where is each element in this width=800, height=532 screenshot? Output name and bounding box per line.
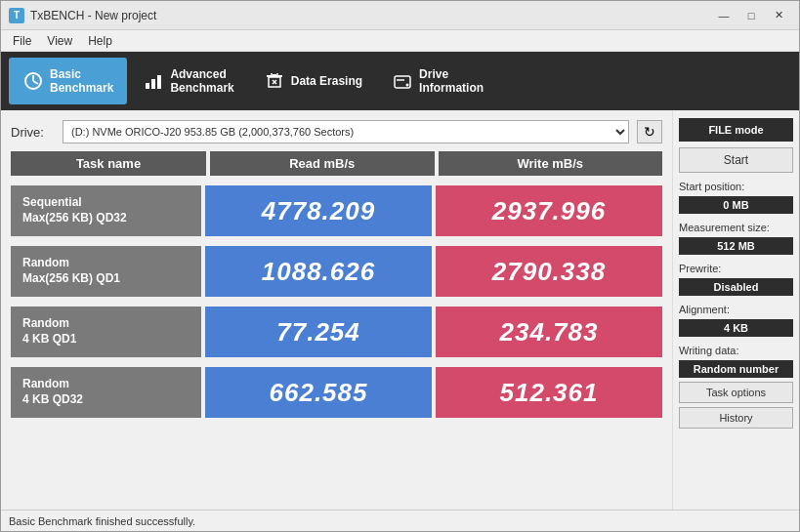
read-random-4kb-qd32: 662.585 <box>205 367 432 418</box>
task-random-4kb-qd32: Random4 KB QD32 <box>11 367 201 418</box>
menu-help[interactable]: Help <box>80 32 120 50</box>
drive-row: Drive: (D:) NVMe ORICO-J20 953.85 GB (2,… <box>11 118 662 145</box>
content-area: Drive: (D:) NVMe ORICO-J20 953.85 GB (2,… <box>1 110 799 510</box>
drive-label: Drive: <box>11 125 55 140</box>
main-window: T TxBENCH - New project — □ ✕ File View … <box>0 0 800 532</box>
task-options-button[interactable]: Task options <box>679 382 793 403</box>
svg-rect-5 <box>157 75 161 89</box>
read-random-4kb-qd1: 77.254 <box>205 307 432 357</box>
writing-data-label: Writing data: <box>679 345 793 356</box>
window-title: TxBENCH - New project <box>30 9 711 22</box>
advanced-benchmark-label: AdvancedBenchmark <box>170 67 233 96</box>
drive-information-icon <box>392 70 413 92</box>
right-panel: FILE mode Start Start position: 0 MB Mea… <box>672 110 799 510</box>
writing-data-value: Random number <box>679 360 793 378</box>
header-task-name: Task name <box>11 151 206 176</box>
prewrite-label: Prewrite: <box>679 263 793 274</box>
svg-rect-4 <box>151 79 155 89</box>
history-button[interactable]: History <box>679 407 793 429</box>
tab-advanced-benchmark[interactable]: AdvancedBenchmark <box>129 58 247 104</box>
basic-benchmark-icon <box>22 70 44 92</box>
menu-view[interactable]: View <box>39 32 80 50</box>
prewrite-value: Disabled <box>679 278 793 296</box>
task-sequential-qd32: SequentialMax(256 KB) QD32 <box>11 185 201 236</box>
close-button[interactable]: ✕ <box>766 6 791 25</box>
maximize-button[interactable]: □ <box>738 6 764 25</box>
table-row: Random4 KB QD1 77.254 234.783 <box>11 307 662 357</box>
title-controls: — □ ✕ <box>711 6 791 25</box>
drive-select[interactable]: (D:) NVMe ORICO-J20 953.85 GB (2,000,373… <box>63 120 629 143</box>
alignment-value: 4 KB <box>679 319 793 337</box>
svg-point-14 <box>406 84 409 87</box>
task-random-4kb-qd1: Random4 KB QD1 <box>11 307 201 357</box>
menu-file[interactable]: File <box>5 32 39 50</box>
refresh-button[interactable]: ↻ <box>637 120 662 143</box>
data-erasing-icon <box>264 70 285 92</box>
table-header-row: Task name Read mB/s Write mB/s <box>11 151 662 176</box>
table-row: SequentialMax(256 KB) QD32 4778.209 2937… <box>11 185 662 236</box>
header-read: Read mB/s <box>210 151 435 176</box>
status-bar: Basic Benchmark finished successfully. <box>1 510 799 531</box>
minimize-button[interactable]: — <box>711 6 737 25</box>
menu-bar: File View Help <box>1 30 799 52</box>
write-random-4kb-qd32: 512.361 <box>436 367 662 418</box>
title-bar: T TxBENCH - New project — □ ✕ <box>1 1 799 30</box>
tab-data-erasing[interactable]: Data Erasing <box>250 58 376 104</box>
start-position-label: Start position: <box>679 181 793 192</box>
write-sequential-qd32: 2937.996 <box>436 185 662 236</box>
measurement-size-label: Measurement size: <box>679 222 793 233</box>
read-random-256kb-qd1: 1088.626 <box>205 246 432 297</box>
main-panel: Drive: (D:) NVMe ORICO-J20 953.85 GB (2,… <box>1 110 672 510</box>
data-erasing-label: Data Erasing <box>291 74 362 88</box>
write-random-4kb-qd1: 234.783 <box>436 307 662 357</box>
table-row: RandomMax(256 KB) QD1 1088.626 2790.338 <box>11 246 662 297</box>
start-button[interactable]: Start <box>679 147 793 173</box>
alignment-label: Alignment: <box>679 304 793 315</box>
file-mode-button[interactable]: FILE mode <box>679 118 793 142</box>
read-sequential-qd32: 4778.209 <box>205 185 432 236</box>
svg-rect-3 <box>146 83 149 89</box>
status-text: Basic Benchmark finished successfully. <box>9 515 195 527</box>
app-icon: T <box>9 8 24 23</box>
header-write: Write mB/s <box>439 151 663 176</box>
measurement-size-value: 512 MB <box>679 237 793 255</box>
toolbar: BasicBenchmark AdvancedBenchmark Data Er… <box>1 52 799 110</box>
table-row: Random4 KB QD32 662.585 512.361 <box>11 367 662 418</box>
task-random-256kb-qd1: RandomMax(256 KB) QD1 <box>11 246 201 297</box>
tab-drive-information[interactable]: DriveInformation <box>378 58 497 104</box>
svg-line-2 <box>33 81 38 84</box>
start-position-value: 0 MB <box>679 196 793 214</box>
tab-basic-benchmark[interactable]: BasicBenchmark <box>9 58 127 104</box>
drive-information-label: DriveInformation <box>419 67 484 96</box>
write-random-256kb-qd1: 2790.338 <box>436 246 662 297</box>
basic-benchmark-label: BasicBenchmark <box>50 67 113 96</box>
advanced-benchmark-icon <box>143 70 164 92</box>
